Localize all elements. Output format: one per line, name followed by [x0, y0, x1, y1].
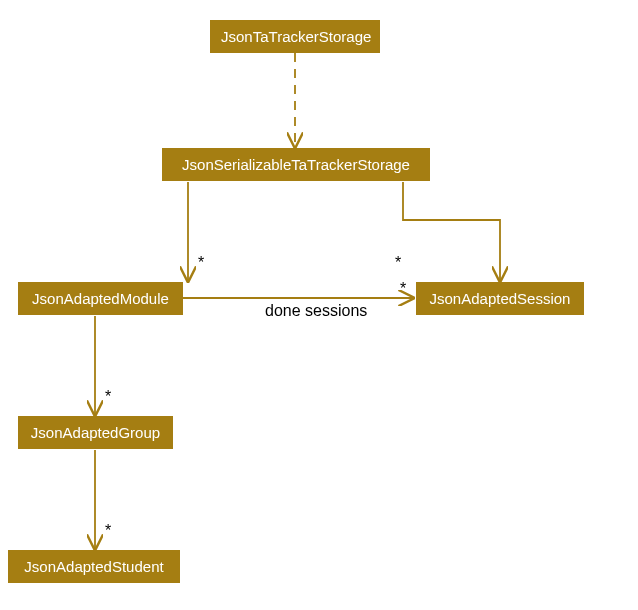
class-label: JsonAdaptedModule: [32, 290, 169, 307]
multiplicity-label: *: [105, 522, 111, 540]
class-label: JsonAdaptedStudent: [24, 558, 163, 575]
class-label: JsonSerializableTaTrackerStorage: [182, 156, 410, 173]
class-json-adapted-module: JsonAdaptedModule: [18, 282, 183, 315]
class-json-adapted-group: JsonAdaptedGroup: [18, 416, 173, 449]
association-label: done sessions: [265, 302, 367, 320]
multiplicity-label: *: [400, 280, 406, 298]
class-json-adapted-session: JsonAdaptedSession: [416, 282, 584, 315]
multiplicity-label: *: [105, 388, 111, 406]
class-json-serializable-ta-tracker-storage: JsonSerializableTaTrackerStorage: [162, 148, 430, 181]
class-label: JsonTaTrackerStorage: [221, 28, 371, 45]
multiplicity-label: *: [395, 254, 401, 272]
edge-serializable-to-session: [403, 182, 500, 281]
multiplicity-label: *: [198, 254, 204, 272]
class-label: JsonAdaptedSession: [430, 290, 571, 307]
class-json-adapted-student: JsonAdaptedStudent: [8, 550, 180, 583]
class-json-ta-tracker-storage: JsonTaTrackerStorage: [210, 20, 380, 53]
class-label: JsonAdaptedGroup: [31, 424, 160, 441]
